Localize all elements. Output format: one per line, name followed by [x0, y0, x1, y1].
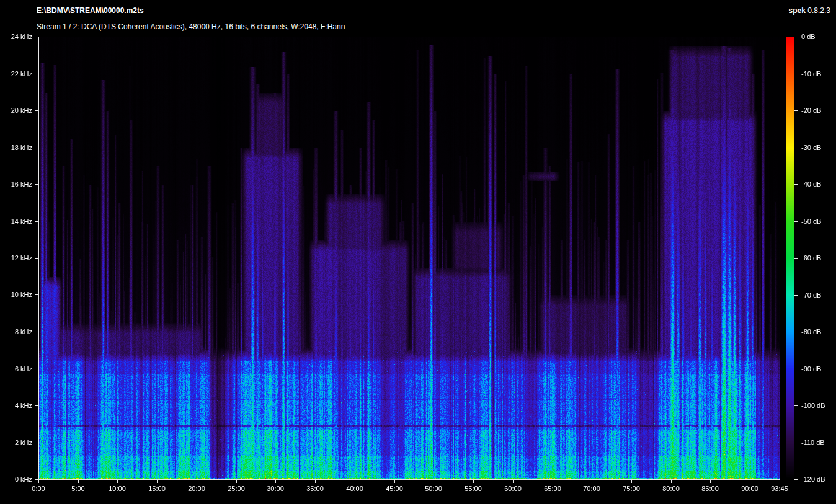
freq-tick-label: 12 kHz — [0, 254, 32, 262]
db-tick-label: -80 dB — [801, 328, 836, 335]
time-tick-label: 25:00 — [218, 485, 255, 492]
time-tick-label: 5:00 — [60, 485, 97, 492]
time-tick-label: 80:00 — [652, 485, 690, 492]
db-tick-label: 0 dB — [801, 33, 836, 40]
db-colorbar — [786, 37, 794, 479]
freq-tick-label: 18 kHz — [0, 144, 32, 151]
freq-tick-label: 8 kHz — [0, 328, 32, 335]
time-tick-mark — [750, 480, 750, 483]
db-tick-mark — [794, 221, 798, 222]
time-tick-label: 70:00 — [573, 485, 610, 492]
spek-window: { "app": {"name": "spek", "version": "0.… — [0, 0, 836, 504]
time-tick-mark — [315, 480, 316, 483]
app-brand: spek 0.8.2.3 — [789, 6, 830, 15]
db-tick-mark — [794, 332, 798, 332]
db-tick-mark — [794, 405, 798, 406]
time-tick-mark — [553, 480, 553, 483]
db-tick-mark — [794, 369, 798, 369]
app-name: spek — [789, 6, 806, 15]
time-tick-label: 30:00 — [257, 485, 294, 492]
time-tick-mark — [157, 480, 158, 483]
time-tick-mark — [710, 480, 711, 483]
time-tick-label: 50:00 — [415, 485, 452, 492]
freq-tick-label: 4 kHz — [0, 402, 32, 409]
freq-tick-label: 6 kHz — [0, 365, 32, 373]
freq-tick-label: 16 kHz — [0, 180, 32, 188]
db-tick-mark — [794, 295, 798, 296]
spectrogram-canvas — [39, 37, 780, 479]
time-tick-mark — [473, 480, 474, 483]
db-tick-mark — [794, 258, 798, 259]
db-tick-label: -40 dB — [801, 180, 836, 188]
db-tick-label: -30 dB — [801, 144, 836, 151]
time-tick-label: 20:00 — [178, 485, 215, 492]
db-tick-label: -60 dB — [801, 254, 836, 262]
time-tick-mark — [513, 480, 514, 483]
time-tick-label: 15:00 — [138, 485, 176, 492]
db-tick-label: -70 dB — [801, 291, 836, 299]
freq-tick-label: 14 kHz — [0, 218, 32, 225]
db-tick-mark — [794, 443, 798, 443]
time-tick-mark — [631, 480, 632, 483]
db-tick-mark — [794, 37, 798, 37]
time-tick-label: 93:45 — [761, 485, 798, 492]
db-tick-mark — [794, 74, 798, 74]
time-tick-mark — [355, 480, 355, 483]
file-path-title: E:\BDMV\STREAM\00000.m2ts — [37, 6, 144, 15]
app-version: 0.8.2.3 — [807, 6, 830, 15]
time-tick-mark — [275, 480, 276, 483]
db-tick-mark — [794, 110, 798, 111]
time-tick-mark — [197, 480, 197, 483]
db-tick-label: -120 dB — [801, 475, 836, 483]
freq-tick-label: 10 kHz — [0, 291, 32, 298]
time-tick-label: 40:00 — [336, 485, 373, 492]
db-tick-label: -20 dB — [801, 107, 836, 114]
stream-info: Stream 1 / 2: DCA (DTS Coherent Acoustic… — [37, 22, 345, 31]
time-tick-mark — [236, 480, 237, 483]
db-tick-label: -90 dB — [801, 365, 836, 373]
freq-tick-label: 2 kHz — [0, 439, 32, 446]
db-tick-label: -100 dB — [801, 402, 836, 409]
time-tick-mark — [592, 480, 592, 483]
time-tick-label: 85:00 — [691, 485, 729, 492]
db-tick-mark — [794, 479, 798, 480]
time-tick-mark — [78, 480, 79, 483]
time-tick-label: 75:00 — [613, 485, 650, 492]
db-tick-label: -10 dB — [801, 70, 836, 77]
freq-tick-label: 20 kHz — [0, 107, 32, 114]
time-tick-label: 55:00 — [455, 485, 492, 492]
freq-tick-label: 22 kHz — [0, 70, 32, 77]
time-tick-mark — [117, 480, 118, 483]
freq-tick-label: 0 kHz — [0, 475, 32, 483]
time-tick-label: 35:00 — [296, 485, 334, 492]
freq-tick-label: 24 kHz — [0, 33, 32, 40]
db-tick-label: -110 dB — [801, 439, 836, 446]
time-tick-mark — [394, 480, 395, 483]
db-tick-mark — [794, 184, 798, 185]
db-tick-mark — [794, 148, 798, 148]
time-tick-label: 10:00 — [99, 485, 136, 492]
db-tick-label: -50 dB — [801, 218, 836, 225]
time-tick-label: 90:00 — [731, 485, 768, 492]
spek-app: E:\BDMV\STREAM\00000.m2ts Stream 1 / 2: … — [0, 0, 836, 504]
time-tick-mark — [780, 480, 780, 483]
time-tick-mark — [671, 480, 672, 483]
time-tick-label: 65:00 — [534, 485, 571, 492]
time-tick-mark — [434, 480, 434, 483]
time-tick-label: 45:00 — [376, 485, 413, 492]
time-tick-mark — [38, 480, 39, 483]
time-tick-label: 60:00 — [494, 485, 531, 492]
plot-frame — [38, 37, 780, 480]
time-tick-label: 0:00 — [20, 485, 57, 492]
